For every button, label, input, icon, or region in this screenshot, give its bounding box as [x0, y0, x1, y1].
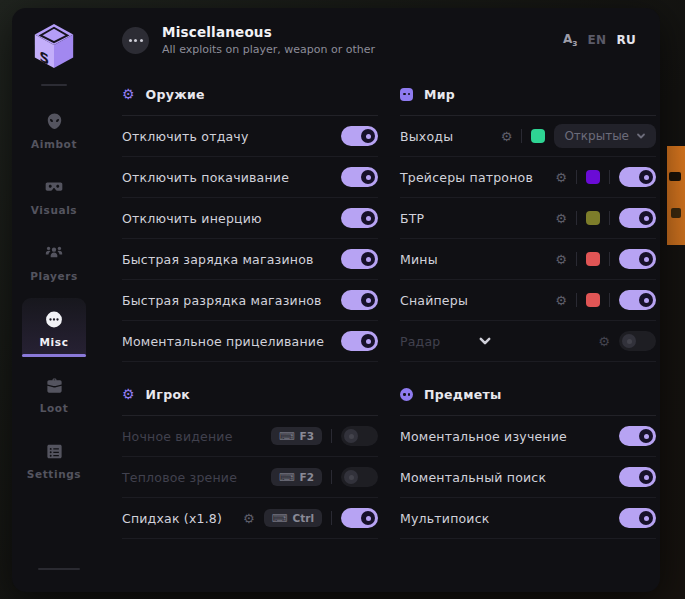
page-header-text: Miscellaneous All exploits on player, we… — [162, 24, 375, 56]
toggle[interactable] — [619, 331, 656, 351]
toggle[interactable] — [341, 426, 378, 446]
sidebar-item-aimbot[interactable]: Aimbot — [22, 100, 86, 159]
expand-chevron-icon[interactable] — [478, 334, 492, 348]
toggle[interactable] — [619, 508, 656, 528]
section-title: Игрок — [146, 387, 191, 402]
page-subtitle: All exploits on player, weapon or other — [162, 43, 375, 56]
gear-icon[interactable]: ⚙ — [598, 335, 610, 348]
chevron-down-icon — [636, 131, 646, 141]
toggle[interactable] — [341, 331, 378, 351]
gear-icon[interactable]: ⚙ — [555, 253, 567, 266]
toggle[interactable] — [341, 467, 378, 487]
row-label: Тепловое зрение — [122, 470, 271, 485]
section-weapon-header: ⚙ Оружие — [122, 84, 378, 104]
toggle[interactable] — [341, 126, 378, 146]
toggle[interactable] — [619, 208, 656, 228]
people-icon — [44, 243, 64, 263]
toggle[interactable] — [619, 467, 656, 487]
gear-icon[interactable]: ⚙ — [555, 294, 567, 307]
color-swatch[interactable] — [531, 129, 545, 143]
left-column: ⚙ Оружие Отключить отдачу Отключить пока… — [122, 84, 378, 561]
section-items: Предметы Моментальное изучение Моменталь… — [400, 384, 656, 539]
exits-dropdown[interactable]: Открытые — [554, 124, 656, 148]
row-label: Мины — [400, 252, 555, 267]
misc-page-icon — [122, 27, 149, 54]
sidebar-item-label: Aimbot — [31, 138, 77, 150]
lang-en-button[interactable]: EN — [588, 33, 607, 47]
lang-ru-button[interactable]: RU — [616, 33, 636, 47]
gear-icon[interactable]: ⚙ — [555, 171, 567, 184]
items-icon — [400, 388, 413, 401]
keybind-badge[interactable]: ⌨F2 — [271, 468, 322, 486]
keybind-badge[interactable]: ⌨Ctrl — [264, 509, 322, 527]
control-divider — [331, 470, 332, 484]
keyboard-icon: ⌨ — [279, 431, 295, 442]
section-world-header: Мир — [400, 84, 656, 104]
toggle[interactable] — [341, 208, 378, 228]
sidebar-divider — [41, 84, 67, 86]
sidebar-item-label: Players — [30, 270, 78, 282]
row-speedhack: Спидхак (x1.8) ⚙ ⌨Ctrl — [122, 498, 378, 539]
row-label: Быстрая разрядка магазинов — [122, 293, 341, 308]
row-radar: Радар ⚙ — [400, 321, 656, 362]
color-swatch[interactable] — [586, 252, 600, 266]
section-title: Мир — [424, 87, 455, 102]
toggle[interactable] — [341, 167, 378, 187]
control-divider — [609, 293, 610, 307]
content-grid: ⚙ Оружие Отключить отдачу Отключить пока… — [122, 84, 656, 561]
alien-icon — [44, 111, 64, 131]
toggle[interactable] — [341, 290, 378, 310]
sidebar-item-visuals[interactable]: Visuals — [22, 166, 86, 225]
row-no-sway: Отключить покачивание — [122, 157, 378, 198]
row-label: Ночное видение — [122, 429, 271, 444]
sidebar-item-misc[interactable]: Misc — [22, 298, 86, 357]
color-swatch[interactable] — [586, 211, 600, 225]
row-exits: Выходы ⚙ Открытые — [400, 116, 656, 157]
control-divider — [331, 429, 332, 443]
row-label: Выходы — [400, 129, 501, 144]
toggle[interactable] — [341, 508, 378, 528]
color-swatch[interactable] — [586, 293, 600, 307]
row-thermal-vision: Тепловое зрение ⌨F2 — [122, 457, 378, 498]
section-world: Мир Выходы ⚙ Открытые — [400, 84, 656, 362]
color-swatch[interactable] — [586, 170, 600, 184]
sidebar-bottom-dash — [38, 568, 80, 570]
keyboard-icon: ⌨ — [279, 472, 295, 483]
toggle[interactable] — [619, 167, 656, 187]
section-title: Оружие — [146, 87, 205, 102]
keybind-badge[interactable]: ⌨F3 — [271, 427, 322, 445]
row-label: Трейсеры патронов — [400, 170, 555, 185]
row-label: Быстрая зарядка магазинов — [122, 252, 341, 267]
gear-icon[interactable]: ⚙ — [243, 512, 255, 525]
sidebar-item-label: Misc — [40, 336, 69, 348]
toggle[interactable] — [619, 426, 656, 446]
control-divider — [609, 252, 610, 266]
sidebar-item-loot[interactable]: Loot — [22, 364, 86, 423]
row-mines: Мины ⚙ — [400, 239, 656, 280]
toggle[interactable] — [619, 290, 656, 310]
gear-icon[interactable]: ⚙ — [501, 130, 513, 143]
sidebar-item-settings[interactable]: Settings — [22, 430, 86, 489]
section-player: ⚙ Игрок Ночное видение ⌨F3 Тепловое зр — [122, 384, 378, 539]
row-label: Отключить покачивание — [122, 170, 341, 185]
row-bullet-tracers: Трейсеры патронов ⚙ — [400, 157, 656, 198]
toggle[interactable] — [619, 249, 656, 269]
vr-goggles-icon — [44, 177, 64, 197]
page-title: Miscellaneous — [162, 24, 375, 40]
row-no-recoil: Отключить отдачу — [122, 116, 378, 157]
row-instant-search: Моментальный поиск — [400, 457, 656, 498]
toggle[interactable] — [341, 249, 378, 269]
sidebar-item-label: Loot — [40, 402, 69, 414]
briefcase-icon — [44, 375, 64, 395]
sidebar-item-players[interactable]: Players — [22, 232, 86, 291]
ellipsis-circle-icon — [44, 309, 64, 329]
row-fast-reload: Быстрая зарядка магазинов — [122, 239, 378, 280]
translate-icon: Aз — [563, 33, 578, 48]
row-label: Моментальное прицеливание — [122, 334, 341, 349]
section-title: Предметы — [424, 387, 502, 402]
row-label: Моментальный поиск — [400, 470, 619, 485]
control-divider — [576, 211, 577, 225]
world-icon — [400, 88, 413, 101]
row-btr: БТР ⚙ — [400, 198, 656, 239]
gear-icon[interactable]: ⚙ — [555, 212, 567, 225]
